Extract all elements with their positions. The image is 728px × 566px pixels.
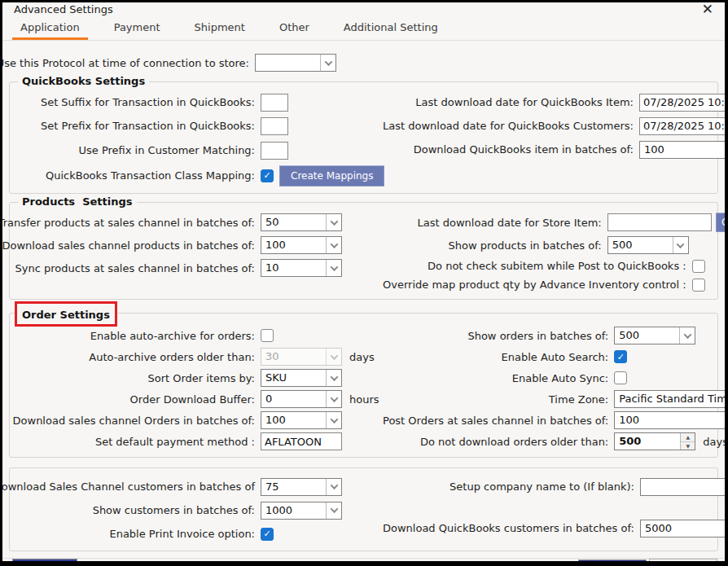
show-products-select[interactable]: 500 — [607, 236, 689, 254]
check-icon: ✓ — [263, 171, 270, 180]
footer: Help Save Close — [2, 558, 725, 566]
default-payment-input[interactable]: AFLATOON — [261, 432, 342, 450]
last-customers-date-input[interactable]: 07/28/2025 10:27: — [639, 117, 728, 135]
post-orders-select[interactable]: 100 — [614, 411, 728, 429]
close-icon[interactable]: ✕ — [702, 2, 713, 16]
post-orders-label: Post Orders at sales channel in batches … — [383, 415, 608, 427]
chevron-down-icon[interactable] — [673, 237, 688, 253]
auto-search-checkbox[interactable]: ✓ — [614, 350, 627, 363]
last-store-item-label: Last download date for Store Item: — [418, 217, 602, 229]
clear-store-item-button[interactable]: Clear — [716, 213, 728, 232]
products-settings-group: Products Settings Transfer products at s… — [9, 202, 718, 300]
download-sc-customers-select[interactable]: 75 — [261, 478, 342, 496]
order-buffer-label: Order Download Buffer: — [130, 393, 255, 406]
chevron-down-icon[interactable] — [679, 327, 695, 344]
show-orders-label: Show orders in batches of: — [467, 330, 608, 342]
download-orders-label: Download sales channel Orders in batches… — [13, 415, 255, 427]
last-customers-date-label: Last download date for QuickBooks Custom… — [383, 120, 634, 132]
last-store-item-input[interactable] — [607, 213, 712, 231]
print-invoice-checkbox[interactable]: ✓ — [261, 528, 274, 541]
company-name-select[interactable] — [640, 478, 728, 496]
order-settings-group: Order Settings Enable auto-archive for o… — [9, 313, 718, 458]
chevron-down-icon[interactable] — [326, 391, 341, 407]
tab-shipment[interactable]: Shipment — [186, 16, 253, 40]
sync-products-select[interactable]: 10 — [261, 259, 342, 277]
default-payment-label: Set default payment method : — [95, 436, 255, 448]
chevron-down-icon — [326, 349, 341, 365]
auto-sync-checkbox[interactable]: ✓ — [614, 371, 627, 384]
chevron-down-icon[interactable] — [326, 412, 341, 428]
protocol-select[interactable] — [255, 54, 336, 72]
tab-application[interactable]: Application — [12, 16, 88, 40]
chevron-down-icon[interactable] — [320, 55, 335, 71]
item-batches-label: Download QuickBooks item in batches of: — [414, 143, 634, 156]
use-prefix-label: Use Prefix in Customer Matching: — [78, 144, 255, 156]
download-sc-customers-label: Download Sales Channel customers in batc… — [0, 480, 255, 493]
chevron-down-icon[interactable] — [326, 237, 341, 253]
auto-archive-checkbox[interactable]: ✓ — [261, 329, 274, 342]
class-mapping-checkbox[interactable]: ✓ — [261, 169, 274, 182]
chevron-down-icon[interactable] — [326, 370, 341, 386]
class-mapping-label: QuickBooks Transaction Class Mapping: — [46, 169, 255, 182]
chevron-down-icon[interactable] — [326, 502, 341, 519]
show-customers-label: Show customers in batches of: — [93, 504, 255, 516]
order-settings-title: Order Settings — [22, 309, 110, 321]
save-button[interactable]: Save — [578, 559, 647, 566]
spinner-down-icon[interactable]: ▼ — [681, 442, 695, 450]
prefix-label: Set Prefix for Transaction in QuickBooks… — [41, 120, 255, 132]
orders-older-than-suffix: days — [703, 436, 728, 448]
chevron-down-icon[interactable] — [326, 260, 341, 276]
subitem-check-label: Do not check subitem while Post to Quick… — [428, 260, 686, 272]
suffix-input[interactable] — [261, 94, 288, 112]
suffix-label: Set Suffix for Transaction in QuickBooks… — [41, 96, 255, 108]
protocol-label: Use this Protocol at time of connection … — [0, 57, 249, 69]
time-zone-label: Time Zone: — [549, 393, 608, 406]
sort-order-items-label: Sort Order items by: — [147, 372, 255, 384]
orders-older-than-stepper[interactable]: 500 ▲ ▼ — [614, 432, 695, 450]
download-products-label: Download sales channel products in batch… — [2, 239, 255, 252]
download-orders-select[interactable]: 100 — [261, 411, 342, 429]
time-zone-select[interactable]: Pacific Standard Time — [614, 390, 728, 408]
spinner-up-icon[interactable]: ▲ — [681, 433, 695, 442]
download-qb-customers-label: Download QuickBooks customers in batches… — [383, 522, 634, 534]
download-qb-customers-select[interactable]: 5000 — [640, 520, 728, 537]
auto-sync-label: Enable Auto Sync: — [512, 372, 608, 384]
window-title: Advanced Settings — [14, 3, 702, 15]
chevron-down-icon[interactable] — [326, 214, 341, 230]
titlebar: Advanced Settings ✕ — [2, 2, 725, 16]
help-button[interactable]: Help — [12, 559, 77, 566]
customers-group: Download Sales Channel customers in batc… — [9, 467, 718, 551]
close-button[interactable]: Close — [649, 559, 717, 566]
products-settings-title: Products Settings — [18, 195, 137, 208]
create-mappings-button[interactable]: Create Mappings — [279, 165, 384, 186]
archive-older-label: Auto-archive orders older than: — [89, 351, 255, 363]
use-prefix-input[interactable] — [261, 142, 288, 160]
override-qty-checkbox[interactable]: ✓ — [692, 279, 705, 292]
show-products-label: Show products in batches of: — [449, 239, 602, 252]
tab-bar: Application Payment Shipment Other Addit… — [2, 16, 725, 41]
override-qty-label: Override map product qty by Advance Inve… — [383, 279, 686, 291]
transfer-products-select[interactable]: 50 — [261, 213, 342, 231]
order-buffer-select[interactable]: 0 — [261, 390, 342, 408]
subitem-checkbox[interactable]: ✓ — [692, 260, 705, 273]
tab-additional-setting[interactable]: Additional Setting — [335, 16, 446, 40]
order-buffer-suffix: hours — [349, 393, 379, 406]
last-item-date-input[interactable]: 07/28/2025 10:24: — [639, 94, 728, 112]
sort-order-items-select[interactable]: SKU — [261, 369, 342, 387]
show-customers-select[interactable]: 1000 — [261, 502, 342, 520]
tab-payment[interactable]: Payment — [106, 16, 169, 40]
archive-older-suffix: days — [349, 351, 375, 363]
item-batches-select[interactable]: 100 — [639, 141, 728, 159]
download-products-select[interactable]: 100 — [261, 236, 342, 254]
check-icon: ✓ — [263, 529, 270, 538]
transfer-products-label: Transfer products at sales channel in ba… — [0, 217, 255, 229]
prefix-input[interactable] — [261, 117, 288, 135]
show-orders-select[interactable]: 500 — [614, 327, 695, 344]
auto-archive-label: Enable auto-archive for orders: — [90, 330, 255, 342]
sync-products-label: Sync products at sales channel in batche… — [15, 262, 255, 274]
quickbooks-settings-group: QuickBooks Settings Set Suffix for Trans… — [9, 81, 718, 194]
auto-search-label: Enable Auto Search: — [501, 351, 608, 363]
chevron-down-icon[interactable] — [326, 479, 341, 495]
tab-other[interactable]: Other — [271, 16, 318, 40]
quickbooks-settings-title: QuickBooks Settings — [18, 75, 149, 87]
